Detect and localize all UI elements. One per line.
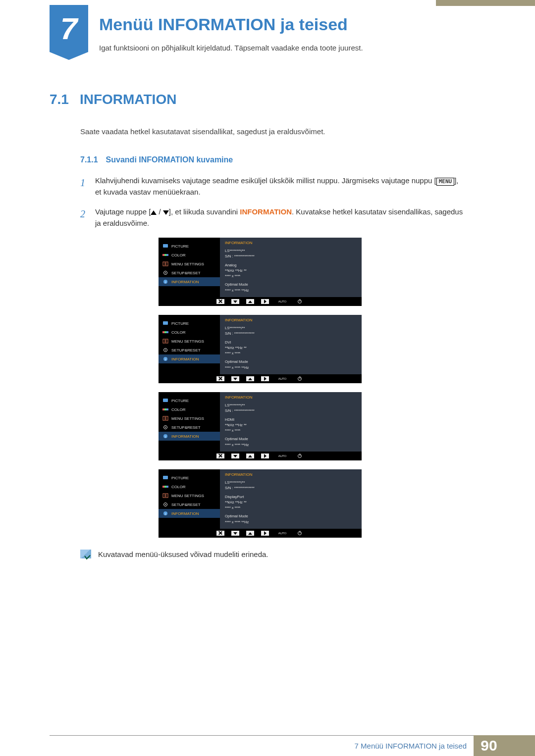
osd-menu-label: COLOR xyxy=(171,485,185,489)
osd-menu-item: iINFORMATION xyxy=(159,277,220,286)
osd-close-button[interactable] xyxy=(216,454,224,458)
step-text-part: Vajutage nuppe [ xyxy=(95,207,151,216)
osd-menu-item: PICTURE xyxy=(159,319,220,328)
osd-menu-label: SETUP&RESET xyxy=(171,503,201,507)
osd-menu-item: SETUP&RESET xyxy=(159,268,220,277)
osd-menu-label: INFORMATION xyxy=(171,357,199,361)
osd-down-button[interactable] xyxy=(231,454,239,458)
osd-optimal-value: **** x **** **Hz xyxy=(225,288,357,293)
svg-rect-21 xyxy=(166,408,168,410)
osd-menu-item: MENU SETTINGS xyxy=(159,414,220,423)
note-row: Kuvatavad menüü-üksused võivad mudeliti … xyxy=(80,550,466,558)
osd-power-button[interactable] xyxy=(296,299,304,304)
svg-rect-19 xyxy=(162,408,164,410)
osd-down-button[interactable] xyxy=(231,531,239,536)
osd-auto-button[interactable]: AUTO xyxy=(276,454,289,458)
osd-menu-label: COLOR xyxy=(171,253,185,257)
osd-menu-item: PICTURE xyxy=(159,396,220,405)
svg-rect-9 xyxy=(163,321,168,325)
osd-info-panel: INFORMATION LS********/** S/N : ********… xyxy=(220,238,362,297)
osd-close-button[interactable] xyxy=(216,299,224,304)
step-number: 2 xyxy=(80,206,88,229)
osd-menu-label: COLOR xyxy=(171,330,185,335)
step-item-1: 1 Klahvijuhendi kuvamiseks vajutage sead… xyxy=(80,175,466,198)
osd-model: LS********/** xyxy=(225,403,357,408)
osd-input-source: DVI xyxy=(225,340,357,345)
osd-right-button[interactable] xyxy=(261,454,269,458)
osd-resolution: **** x **** xyxy=(225,273,357,279)
osd-auto-button[interactable]: AUTO xyxy=(276,376,289,381)
osd-up-button[interactable] xyxy=(246,531,254,536)
osd-menu-label: PICTURE xyxy=(171,321,189,326)
osd-menu-icon xyxy=(162,398,168,403)
osd-close-button[interactable] xyxy=(216,531,224,536)
osd-auto-button[interactable]: AUTO xyxy=(276,531,289,536)
section-title: INFORMATION xyxy=(80,92,176,107)
osd-optimal-value: **** x **** **Hz xyxy=(225,365,357,370)
osd-info-panel: INFORMATION LS********/** S/N : ********… xyxy=(220,315,362,374)
osd-menu-label: SETUP&RESET xyxy=(171,348,201,353)
osd-menu-item: SETUP&RESET xyxy=(159,346,220,354)
osd-right-button[interactable] xyxy=(261,299,269,304)
osd-auto-button[interactable]: AUTO xyxy=(276,299,289,304)
chapter-badge: 7 xyxy=(50,5,88,52)
osd-panel-title: INFORMATION xyxy=(225,318,357,322)
osd-optimal-value: **** x **** **Hz xyxy=(225,442,357,448)
osd-up-button[interactable] xyxy=(246,299,254,304)
osd-menu-label: PICTURE xyxy=(171,244,189,249)
chapter-title: Menüü INFORMATION ja teised xyxy=(99,15,348,34)
osd-frequency: **kHz **Hz ** xyxy=(225,268,357,273)
osd-menu-label: INFORMATION xyxy=(171,434,199,439)
osd-menu-icon: i xyxy=(162,434,168,439)
section-number: 7.1 xyxy=(50,92,69,107)
svg-rect-30 xyxy=(166,486,168,488)
emphasis-text: INFORMATION xyxy=(240,207,292,216)
chapter-description: Igat funktsiooni on põhjalikult kirjelda… xyxy=(99,44,363,52)
svg-rect-29 xyxy=(164,486,166,488)
osd-menu-icon xyxy=(162,348,168,353)
osd-right-button[interactable] xyxy=(261,376,269,381)
step-text-part: ], et liikuda suvandini xyxy=(169,207,240,216)
osd-menu-icon xyxy=(162,252,168,257)
osd-menu-item: MENU SETTINGS xyxy=(159,337,220,346)
osd-menu-label: PICTURE xyxy=(171,476,189,480)
step-text: Vajutage nuppe [ / ], et liikuda suvandi… xyxy=(95,206,466,229)
osd-down-button[interactable] xyxy=(231,376,239,381)
osd-up-button[interactable] xyxy=(246,454,254,458)
svg-rect-18 xyxy=(163,399,168,402)
osd-button-bar: AUTO xyxy=(159,529,362,538)
osd-panel-title: INFORMATION xyxy=(225,395,357,400)
osd-panel-title: INFORMATION xyxy=(225,241,357,245)
osd-right-button[interactable] xyxy=(261,531,269,536)
page: 7 Menüü INFORMATION ja teised Igat funkt… xyxy=(0,0,535,756)
osd-input-source: DisplayPort xyxy=(225,494,357,500)
down-arrow-icon xyxy=(163,210,169,215)
footer-page-number: 90 xyxy=(474,735,504,756)
footer-chapter-label: 7 Menüü INFORMATION ja teised xyxy=(50,736,474,750)
osd-screenshot: PICTURECOLORMENU SETTINGSSETUP&RESETiINF… xyxy=(159,469,362,538)
osd-power-button[interactable] xyxy=(296,376,304,381)
osd-menu-item: COLOR xyxy=(159,405,220,414)
osd-down-button[interactable] xyxy=(231,299,239,304)
osd-menu-icon: i xyxy=(162,279,168,284)
osd-menu-icon: i xyxy=(162,356,168,361)
footer-edge xyxy=(504,735,535,756)
osd-sidebar: PICTURECOLORMENU SETTINGSSETUP&RESETiINF… xyxy=(159,238,220,297)
svg-rect-3 xyxy=(166,254,168,256)
osd-resolution: **** x **** xyxy=(225,351,357,356)
osd-power-button[interactable] xyxy=(296,531,304,536)
osd-menu-item: COLOR xyxy=(159,328,220,337)
section-heading: 7.1 INFORMATION xyxy=(50,92,466,107)
svg-rect-28 xyxy=(162,486,164,488)
osd-serial: S/N : ************** xyxy=(225,485,357,491)
osd-menu-icon xyxy=(162,407,168,412)
osd-power-button[interactable] xyxy=(296,454,304,458)
osd-menu-item: iINFORMATION xyxy=(159,432,220,441)
osd-menu-icon: i xyxy=(162,511,168,516)
osd-input-source: Analog xyxy=(225,262,357,268)
osd-close-button[interactable] xyxy=(216,376,224,381)
osd-sidebar: PICTURECOLORMENU SETTINGSSETUP&RESETiINF… xyxy=(159,315,220,374)
osd-model: LS********/** xyxy=(225,248,357,253)
osd-up-button[interactable] xyxy=(246,376,254,381)
osd-sidebar: PICTURECOLORMENU SETTINGSSETUP&RESETiINF… xyxy=(159,469,220,529)
